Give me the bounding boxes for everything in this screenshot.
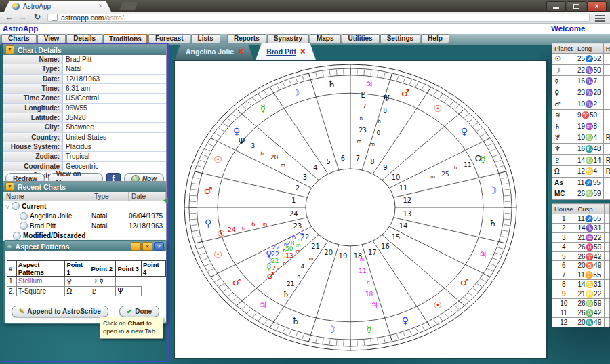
dialog-close-icon[interactable]: ×	[142, 242, 152, 251]
tree-expander-icon[interactable]: ▽	[5, 203, 9, 209]
sidebar-collapse-arrow-icon[interactable]	[163, 197, 168, 204]
browser-tab-close-icon[interactable]: ✕	[98, 3, 103, 9]
chart-name[interactable]: Modified/Discarded	[23, 232, 85, 239]
aspect-pattern-row[interactable]: 1.Stellium♀☽ ☿	[7, 277, 166, 287]
menu-forecast[interactable]: Forecast	[148, 34, 190, 43]
degree-tick	[264, 320, 268, 324]
field-value[interactable]: 12/18/1963	[63, 75, 166, 83]
pattern-point[interactable]: ☽ ☿	[89, 277, 116, 287]
degree-tick	[329, 340, 330, 344]
collapse-panel-icon[interactable]: ▼	[5, 182, 14, 191]
chart-name[interactable]: Angelina Jolie	[30, 212, 72, 220]
browser-tab[interactable]: ✶ AstroApp ✕	[4, 1, 111, 12]
pattern-name[interactable]: T-Square	[16, 286, 65, 296]
degree-tick	[415, 82, 418, 87]
tab-close-icon[interactable]: ×	[238, 47, 243, 56]
sector-number: 19	[339, 252, 348, 260]
url-bar[interactable]: astroapp.com/astro/	[47, 14, 590, 22]
chart-tab-brad-pitt[interactable]: Brad Pitt×	[256, 43, 316, 60]
placement-jupiter: h	[367, 280, 369, 285]
menu-lists[interactable]: Lists	[191, 34, 220, 43]
chart-detail-row: Time:6:31 am	[3, 84, 166, 94]
chart-details-header[interactable]: ▼ Chart Details	[3, 45, 166, 55]
back-icon[interactable]: ←	[5, 12, 14, 22]
field-value[interactable]: Placidus	[63, 142, 166, 151]
field-value[interactable]: Shawnee	[63, 123, 166, 132]
menu-charts[interactable]: Charts	[1, 34, 37, 43]
pattern-point[interactable]: Ψ	[116, 286, 142, 296]
degree-tick	[264, 91, 268, 95]
sector-number: 8	[370, 158, 374, 165]
degree-tick	[364, 70, 365, 75]
chart-tab-angelina-jolie[interactable]: Angelina Jolie×	[175, 43, 253, 60]
append-to-astroscribe-button[interactable]: ✎Append to AstroScribe	[12, 306, 108, 317]
field-value[interactable]: Tropical	[63, 152, 166, 161]
sector-boundary	[394, 218, 499, 242]
menu-help[interactable]: Help	[421, 34, 449, 43]
radio-icon[interactable]	[20, 222, 28, 230]
radio-icon[interactable]	[20, 212, 28, 220]
recent-charts-header[interactable]: ▼ Recent Charts	[3, 182, 166, 192]
forward-icon[interactable]: →	[19, 12, 27, 22]
aspect-pattern-row[interactable]: 2.T-SquareΩ♇Ψ	[7, 286, 166, 296]
house-cusp-table: HouseCusp111♐55214♑31321♒22426♓59526♈426…	[552, 203, 610, 327]
field-value[interactable]: 6:31 am	[63, 84, 166, 93]
planetary-hours-wheel[interactable]: 1♂2☉3♀4☿5☽6♄7♃8♂9☉10♀11☿12☽13♄14♃15♂16☉1…	[175, 61, 546, 358]
menu-synastry[interactable]: Synastry	[267, 34, 309, 43]
menu-maps[interactable]: Maps	[310, 34, 341, 43]
field-value[interactable]: 35N20	[63, 113, 166, 122]
reload-icon[interactable]: ↻	[34, 12, 41, 22]
recent-chart-row[interactable]: ▽Current	[3, 201, 166, 211]
menu-details[interactable]: Details	[66, 34, 102, 43]
field-value[interactable]: Natal	[63, 64, 166, 73]
window-minimize-button[interactable]	[546, 1, 566, 12]
tab-close-icon[interactable]: ×	[300, 47, 305, 56]
field-value[interactable]: US/Central	[63, 94, 166, 102]
chart-name[interactable]: Brad Pitt	[30, 222, 56, 230]
app-header: AstroApp Welcome	[0, 24, 610, 34]
window-close-button[interactable]: ×	[587, 1, 607, 12]
spacer-cell	[604, 251, 609, 261]
menu-settings[interactable]: Settings	[380, 34, 420, 43]
window-restore-button[interactable]	[567, 1, 586, 12]
recent-chart-row[interactable]: Angelina JolieNatal06/04/1975	[3, 211, 166, 222]
radio-icon[interactable]	[12, 202, 20, 210]
column-header-date[interactable]: Date	[129, 192, 166, 201]
recent-chart-row[interactable]: Modified/Discarded	[3, 231, 166, 241]
new-tab-button[interactable]	[119, 2, 138, 10]
degree-tick	[477, 284, 482, 287]
field-value[interactable]: 96W55	[63, 104, 166, 113]
tab-label[interactable]: Brad Pitt	[266, 47, 296, 56]
pattern-name[interactable]: Stellium	[16, 277, 65, 287]
menu-reports[interactable]: Reports	[227, 34, 266, 43]
tab-label[interactable]: Angelina Jolie	[186, 47, 234, 56]
degree-tick	[481, 133, 485, 136]
cell	[603, 87, 610, 98]
aspect-patterns-header[interactable]: ✳ Aspect Patterns — × ?	[5, 241, 166, 251]
degree-tick	[283, 82, 285, 87]
done-button[interactable]: ✔Done	[119, 306, 159, 317]
browser-menu-icon[interactable]	[595, 15, 605, 23]
degree-tick	[253, 98, 256, 102]
app-brand[interactable]: AstroApp	[3, 24, 38, 33]
field-value[interactable]: United States	[63, 133, 166, 142]
column-header-type[interactable]: Type	[92, 192, 129, 201]
pattern-point[interactable]: ♀	[65, 277, 89, 287]
pattern-point[interactable]: Ω	[65, 286, 89, 296]
field-value[interactable]: Brad Pitt	[63, 55, 166, 64]
table-row: ♂10♑2	[552, 98, 610, 110]
degree-tick	[192, 230, 198, 231]
menu-view[interactable]: View	[37, 34, 66, 43]
dialog-minimize-icon[interactable]: —	[131, 242, 141, 251]
dialog-help-icon[interactable]: ?	[154, 242, 164, 251]
column-header-name[interactable]: Name	[3, 192, 92, 201]
recent-chart-row[interactable]: Brad PittNatal12/18/1963	[3, 221, 166, 231]
chart-panel[interactable]: 1♂2☉3♀4☿5☽6♄7♃8♂9☉10♀11☿12☽13♄14♃15♂16☉1…	[174, 60, 548, 359]
hour-ruler-glyph: ♃	[479, 249, 487, 260]
chart-name[interactable]: Current	[22, 203, 46, 210]
menu-utilities[interactable]: Utilities	[342, 34, 380, 43]
collapse-panel-icon[interactable]: ▼	[5, 45, 14, 54]
radio-icon[interactable]	[13, 232, 21, 240]
pattern-point[interactable]: ♇	[89, 286, 116, 296]
spacer-cell	[604, 214, 609, 224]
